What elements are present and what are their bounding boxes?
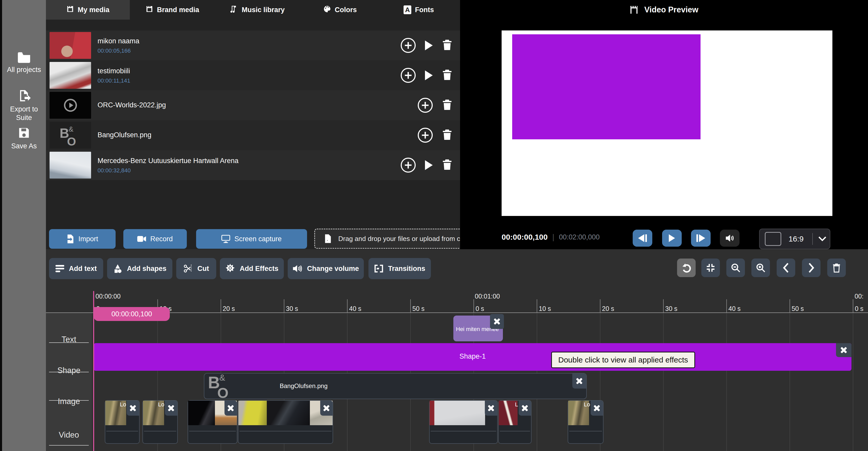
close-icon[interactable]: [127, 401, 139, 416]
step-forward-button[interactable]: [691, 230, 711, 247]
sidebar-item-label: Export to Suite: [2, 105, 46, 122]
track-label-image: Image: [46, 397, 92, 406]
chevron-right-icon: [807, 263, 815, 273]
cut-button[interactable]: Cut: [176, 258, 216, 279]
trash-icon: [832, 263, 841, 273]
media-row[interactable]: ORC-Worlds-2022.jpg: [46, 90, 460, 120]
preview-shape-rectangle[interactable]: [512, 34, 701, 139]
close-icon[interactable]: [165, 401, 177, 416]
add-to-timeline-button[interactable]: [401, 38, 416, 53]
preview-canvas[interactable]: [502, 30, 832, 216]
clip-audio-divider: [189, 431, 236, 431]
gridline: [789, 313, 790, 451]
undo-button[interactable]: [677, 259, 695, 277]
video-clip[interactable]: Lo: [143, 400, 178, 444]
tab-my-media[interactable]: My media: [46, 0, 130, 20]
media-panel: My media Brand media Music library Color…: [46, 0, 460, 249]
transitions-icon: [374, 264, 383, 273]
video-clip[interactable]: [238, 400, 333, 444]
close-icon[interactable]: [591, 401, 603, 416]
bang-olufsen-logo: B&O: [60, 127, 82, 152]
close-icon[interactable]: [519, 401, 531, 416]
gridline: [726, 313, 727, 451]
add-shapes-button[interactable]: Add shapes: [107, 258, 173, 279]
ruler-minor-label: 40 s: [728, 305, 741, 313]
aspect-ratio-selector[interactable]: 16:9: [759, 229, 830, 249]
track-divider: [49, 445, 89, 446]
mute-button[interactable]: [720, 230, 740, 247]
add-to-timeline-button[interactable]: [401, 158, 416, 172]
delete-media-button[interactable]: [442, 129, 452, 142]
change-volume-button[interactable]: Change volume: [288, 258, 364, 279]
close-icon[interactable]: [572, 374, 586, 389]
tab-label: Colors: [335, 6, 357, 14]
add-effects-button[interactable]: Add Effects: [220, 258, 284, 279]
play-button[interactable]: [662, 230, 682, 247]
delete-media-button[interactable]: [442, 69, 452, 82]
close-icon[interactable]: [836, 343, 851, 357]
delete-media-button[interactable]: [442, 39, 452, 52]
ruler-tick: [284, 299, 284, 313]
import-button[interactable]: Import: [49, 229, 116, 249]
track-divider: [49, 372, 89, 372]
video-clip[interactable]: Lo: [568, 400, 603, 444]
scroll-left-button[interactable]: [777, 259, 795, 277]
play-media-button[interactable]: [425, 40, 433, 50]
record-button[interactable]: Record: [123, 229, 187, 249]
close-icon[interactable]: [490, 314, 504, 329]
image-clip[interactable]: B&O BangOlufsen.png: [204, 373, 587, 399]
scroll-right-button[interactable]: [802, 259, 820, 277]
step-backward-button[interactable]: [633, 230, 652, 247]
music-icon: [230, 5, 238, 15]
transitions-button[interactable]: Transitions: [368, 258, 431, 279]
tab-brand-media[interactable]: Brand media: [130, 0, 215, 20]
ruler-minor-label: 10 s: [539, 305, 551, 313]
add-text-label: Add text: [69, 265, 97, 273]
video-clip[interactable]: Lo: [105, 400, 140, 444]
video-preview-title: Video Preview: [460, 5, 868, 14]
zoom-in-button[interactable]: [751, 259, 770, 277]
video-preview-label: Video Preview: [644, 5, 699, 14]
sidebar-item-all-projects[interactable]: All projects: [2, 52, 46, 74]
play-media-button[interactable]: [425, 160, 433, 170]
delete-clip-button[interactable]: [827, 259, 846, 277]
add-text-icon: [56, 265, 64, 272]
screen-capture-button[interactable]: Screen capture: [196, 229, 307, 249]
sidebar-item-label: Save As: [2, 142, 46, 151]
play-media-button[interactable]: [425, 70, 433, 80]
text-clip[interactable]: Hei miten menee: [453, 316, 503, 341]
tab-music-library[interactable]: Music library: [215, 0, 300, 20]
sidebar-item-export-to-suite[interactable]: Export to Suite: [2, 89, 46, 122]
scissors-icon: [183, 264, 193, 273]
tab-colors[interactable]: Colors: [300, 0, 380, 20]
shape-clip[interactable]: Shape-1: [94, 343, 851, 371]
video-clip[interactable]: [188, 400, 237, 444]
tab-fonts[interactable]: A Fonts: [380, 0, 458, 20]
delete-media-button[interactable]: [442, 159, 452, 171]
sidebar-item-save-as[interactable]: Save As: [2, 126, 46, 151]
add-to-timeline-button[interactable]: [418, 98, 433, 113]
transitions-label: Transitions: [388, 265, 425, 273]
playhead-time-label: 00:00:00,100: [112, 310, 152, 318]
zoom-in-icon: [756, 263, 766, 273]
media-row[interactable]: Mercedes-Benz Uutuuskiertue Hartwall Are…: [46, 150, 460, 180]
media-row[interactable]: testimobiili 00:00:11,141: [46, 60, 460, 90]
ruler-major-label: 00:: [855, 293, 864, 300]
video-clip[interactable]: L: [498, 400, 531, 444]
close-icon[interactable]: [224, 401, 237, 416]
clip-audio-divider: [240, 431, 332, 431]
close-icon[interactable]: [485, 401, 497, 416]
media-row[interactable]: mikon naama 00:00:05,166: [46, 30, 460, 60]
add-text-button[interactable]: Add text: [49, 258, 103, 279]
video-clip[interactable]: [429, 400, 498, 444]
media-thumbnail: B&O: [50, 122, 91, 149]
add-to-timeline-button[interactable]: [401, 68, 416, 83]
add-to-timeline-button[interactable]: [418, 128, 433, 143]
media-row[interactable]: B&O BangOlufsen.png: [46, 120, 460, 150]
delete-media-button[interactable]: [442, 99, 452, 112]
fit-timeline-button[interactable]: [701, 259, 720, 277]
playhead-time-bubble[interactable]: 00:00:00,100: [94, 307, 170, 321]
video-clip-label: L: [515, 401, 518, 408]
zoom-out-button[interactable]: [726, 259, 745, 277]
close-icon[interactable]: [320, 401, 333, 416]
